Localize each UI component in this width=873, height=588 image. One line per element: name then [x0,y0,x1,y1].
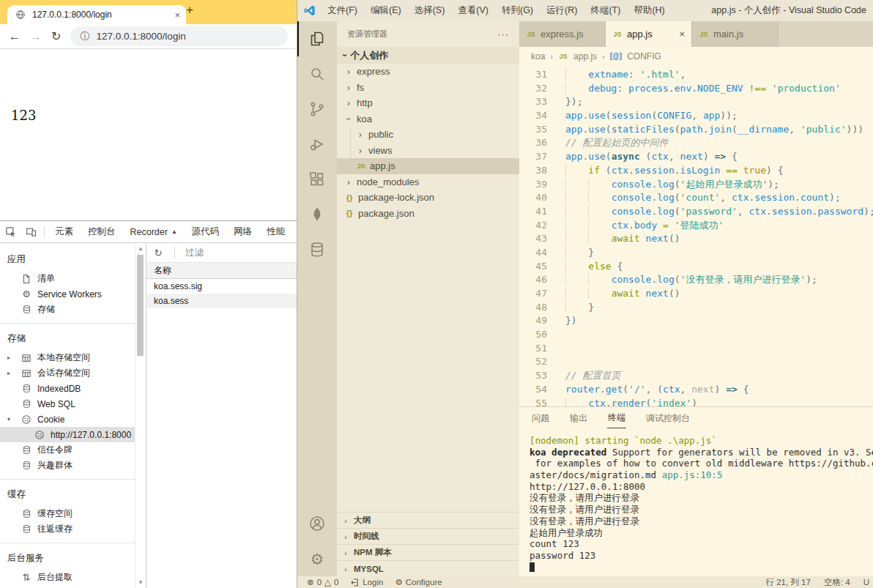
devtools-section: 应用清单⚙Service Workers存储 [0,245,135,323]
file-tree-row-fs[interactable]: ›fs [337,80,519,96]
menu-item[interactable]: 运行(R) [540,4,584,17]
sidebar-scrollbar[interactable]: ▲ ▼ [135,243,146,588]
file-tree-row-public[interactable]: ›public [337,127,519,143]
search-activity-icon[interactable] [297,56,337,92]
devtools-tree-item[interactable]: ▸会话存储空间 [0,365,135,381]
explorer-more-actions-icon[interactable]: ··· [497,29,509,40]
file-tree-row-views[interactable]: ›views [337,143,519,159]
devtools-tree-item[interactable]: ⚙Service Workers [0,286,135,302]
line-number: 35 [519,123,547,137]
tree-chevron-icon[interactable]: ▸ [6,354,21,361]
code-line: } [565,301,873,315]
code-lines: extname: '.html', debug: process.env.NOD… [547,68,873,406]
devtools-tab-性能[interactable]: 性能 [259,226,292,238]
tab-close-icon[interactable]: × [174,10,180,21]
panel-tab-终端[interactable]: 终端 [607,408,626,428]
tree-chevron-icon[interactable]: ▸ [6,370,21,376]
code-editor[interactable]: 3132333435363738394041424344454647484950… [519,65,873,406]
workspace-root-row[interactable]: › 个人创作 [337,47,519,64]
database-activity-icon[interactable] [297,232,337,267]
devtools-tree-item[interactable]: 信任令牌 [0,442,135,458]
cookie-row[interactable]: koa.sess.sig [146,279,297,294]
source-control-activity-icon[interactable] [297,92,337,127]
site-info-icon[interactable]: ⓘ [80,30,89,43]
devtools-tree-item[interactable]: IndexedDB [0,381,135,396]
back-button[interactable]: ← [9,30,21,43]
device-toolbar-icon[interactable] [21,226,41,237]
refresh-icon[interactable]: ↻ [152,248,164,258]
file-tree-row-node_modules[interactable]: ›node_modules [337,174,519,190]
file-tree-row-http[interactable]: ›http [337,95,519,111]
url-bar[interactable]: ⓘ 127.0.0.1:8000/login [70,26,288,46]
devtools-tree-item[interactable]: ↻后台同步 [0,585,135,588]
menu-item[interactable]: 选择(S) [408,4,452,17]
devtools-tree-item[interactable]: ▸本地存储空间 [0,350,135,365]
devtools-tree-item[interactable]: http://127.0.0.1:8000 [0,427,135,442]
sidebar-section-MYSQL[interactable]: ›MYSQL [337,560,519,576]
file-tree-row-koa[interactable]: ›koa [337,111,519,127]
tab-close-icon[interactable]: × [679,29,685,40]
scroll-up-icon[interactable]: ▲ [135,245,146,252]
devtools-tab-Recorder[interactable]: Recorder▲ [123,226,185,238]
menu-item[interactable]: 转到(G) [495,4,540,17]
devtools-tree-item[interactable]: 清单 [0,271,135,286]
breadcrumb-file[interactable]: app.js [573,51,597,62]
file-tree-row-package.json[interactable]: {}package.json [337,206,519,222]
bottom-panel: 问题输出终端调试控制台 [nodemon] starting `node .\a… [519,406,873,576]
filter-input[interactable]: 过滤 [185,247,204,259]
tree-chevron-icon[interactable]: ▾ [6,416,21,423]
devtools-tree-item[interactable]: 缓存空间 [0,506,135,521]
panel-tab-问题[interactable]: 问题 [531,409,550,428]
run-debug-activity-icon[interactable] [297,127,337,162]
cookie-row[interactable]: koa.sess [146,294,297,308]
indentation-setting[interactable]: 空格: 4 [824,577,850,588]
panel-tab-输出[interactable]: 输出 [569,409,588,428]
menu-item[interactable]: 终端(T) [584,4,627,17]
file-tree-row-package-lock.json[interactable]: {}package-lock.json [337,190,519,206]
mongodb-leaf-activity-icon[interactable] [297,197,337,232]
encoding-setting[interactable]: U [863,578,869,587]
editor-tab-express.js[interactable]: JSexpress.js [519,21,606,47]
reload-button[interactable]: ↻ [51,29,61,43]
problems-status[interactable]: ⊗ 0 △ 0 [307,577,338,587]
breadcrumb-symbol[interactable]: CONFIG [627,51,661,62]
new-tab-button[interactable]: + [186,3,193,18]
sidebar-section-时间线[interactable]: ›时间线 [337,528,519,544]
login-status-button[interactable]: Login [350,578,383,587]
file-tree-row-express[interactable]: ›express [337,64,519,80]
inspect-element-icon[interactable] [0,226,21,237]
devtools-tab-控制台[interactable]: 控制台 [81,226,123,238]
scroll-down-icon[interactable]: ▼ [135,579,146,586]
cookie-name-header[interactable]: 名称 [146,263,297,279]
menu-item[interactable]: 编辑(E) [364,4,408,17]
devtools-tree-item[interactable]: ⇅后台提取 [0,570,135,585]
menu-item[interactable]: 查看(V) [451,4,495,17]
scrollbar-thumb[interactable] [137,255,144,356]
file-tree-row-app.js[interactable]: JSapp.js [337,158,519,174]
extensions-activity-icon[interactable] [297,162,337,197]
breadcrumb-folder[interactable]: koa [531,51,545,62]
settings-gear-icon[interactable]: ⚙ [297,541,337,576]
explorer-activity-icon[interactable] [297,21,337,56]
devtools-tree-item[interactable]: Web SQL [0,396,135,412]
devtools-tree-item[interactable]: 兴趣群体 [0,458,135,473]
sidebar-section-NPM 脚本[interactable]: ›NPM 脚本 [337,544,519,560]
panel-tab-调试控制台[interactable]: 调试控制台 [645,409,691,428]
devtools-tab-元素[interactable]: 元素 [48,226,81,238]
devtools-tab-源代码[interactable]: 源代码 [185,226,227,238]
sidebar-section-大纲[interactable]: ›大纲 [337,512,519,528]
editor-tab-app.js[interactable]: JSapp.js× [606,21,692,47]
devtools-tree-item[interactable]: ▾Cookie [0,412,135,427]
account-activity-icon[interactable] [297,506,337,541]
menu-item[interactable]: 帮助(H) [627,4,671,17]
editor-tab-main.js[interactable]: JSmain.js [692,21,779,47]
menu-item[interactable]: 文件(F) [321,4,364,17]
devtools-tab-网络[interactable]: 网络 [226,226,259,238]
browser-tab[interactable]: 127.0.0.1:8000/login × [7,5,186,24]
devtools-tree-item[interactable]: 存储 [0,302,135,317]
cursor-position[interactable]: 行 21, 列 17 [766,577,811,588]
configure-status-button[interactable]: ⚙ Configure [395,577,442,587]
terminal-output[interactable]: [nodemon] starting `node .\app.js`koa de… [519,429,873,576]
devtools-tree-item[interactable]: 往返缓存 [0,521,135,537]
sidebar-bottom-sections: ›大纲›时间线›NPM 脚本›MYSQL [337,512,519,576]
